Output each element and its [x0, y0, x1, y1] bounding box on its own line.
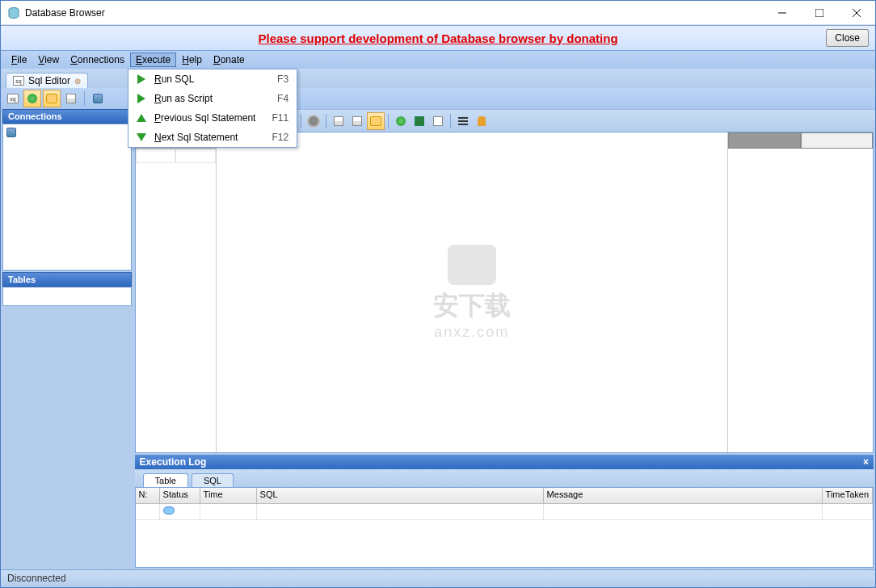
arrow-down-icon [133, 131, 150, 144]
connections-header: Connections [2, 109, 132, 124]
editor-content: 安下载 anxz.com [135, 132, 874, 453]
col-n[interactable]: N: [136, 488, 160, 504]
arrow-right-icon [133, 73, 150, 86]
menu-run-script[interactable]: Run as Script F4 [128, 89, 297, 108]
export-button[interactable] [392, 112, 410, 130]
menu-next-stmt[interactable]: Next Sql Statement F12 [128, 128, 297, 147]
connections-tree[interactable] [2, 124, 132, 271]
svg-rect-2 [815, 9, 823, 17]
sql-file-icon: sq [7, 94, 19, 103]
globe-icon [27, 94, 37, 103]
person-icon [478, 116, 486, 126]
gear-icon [309, 116, 318, 126]
list-button[interactable] [454, 112, 472, 130]
menu-donate[interactable]: Donate [208, 52, 251, 67]
database-icon [93, 94, 103, 103]
col-status[interactable]: Status [160, 488, 200, 504]
globe-button[interactable] [23, 90, 41, 107]
menu-help[interactable]: Help [176, 52, 208, 67]
dialog-icon [46, 94, 57, 103]
new-sql-button[interactable]: sq [4, 90, 22, 107]
view3-button[interactable] [367, 112, 385, 130]
exec-log-title: Execution Log [140, 456, 207, 468]
preview-pane [727, 132, 873, 452]
execution-log: Execution Log × Table SQL N: Status Time… [135, 455, 874, 568]
view-icon [352, 116, 362, 126]
menu-view[interactable]: View [32, 52, 65, 67]
bars-icon [458, 117, 468, 125]
excel-button[interactable] [411, 112, 428, 130]
user-button[interactable] [473, 112, 491, 130]
arrow-right-icon [133, 92, 150, 105]
menu-execute[interactable]: Execute [130, 52, 176, 67]
grid-button[interactable] [62, 90, 80, 107]
tab-label: Sql Editor [28, 75, 70, 86]
exec-log-close[interactable]: × [863, 456, 869, 468]
titlebar: Database Browser [1, 1, 875, 25]
grid-icon [66, 94, 76, 103]
col-sql[interactable]: SQL [257, 488, 544, 504]
donate-link[interactable]: Please support development of Database b… [258, 32, 617, 45]
execute-dropdown: Run SQL F3 Run as Script F4 Previous Sql… [128, 69, 297, 148]
separator [388, 114, 389, 128]
col-time[interactable]: Time [200, 488, 257, 504]
tables-header: Tables [2, 272, 132, 287]
menu-file[interactable]: File [6, 52, 32, 67]
connection-button[interactable] [89, 90, 107, 107]
separator [450, 114, 451, 128]
separator [326, 114, 326, 128]
database-icon [6, 128, 16, 137]
col-message[interactable]: Message [544, 488, 823, 504]
view-icon [370, 116, 381, 126]
menu-run-sql[interactable]: Run SQL F3 [128, 69, 297, 89]
sql-editor-area[interactable]: 安下载 anxz.com [217, 132, 727, 452]
dialog-button[interactable] [43, 90, 61, 107]
separator [84, 91, 85, 106]
sql-file-icon: sq [13, 76, 24, 86]
globe-icon [396, 116, 406, 126]
tab-close-icon[interactable]: ⊗ [74, 77, 81, 86]
exec-grid[interactable]: N: Status Time SQL Message TimeTaken [135, 487, 874, 568]
excel-icon [415, 116, 424, 126]
menubar: File View Connections Execute Help Donat… [1, 51, 875, 69]
separator [301, 114, 301, 128]
tab-sql-editor[interactable]: sq Sql Editor ⊗ [6, 73, 88, 88]
status-text: Disconnected [7, 573, 66, 584]
tab-table[interactable]: Table [143, 473, 188, 487]
arrow-up-icon [133, 111, 150, 124]
donate-banner: Please support development of Database b… [1, 25, 875, 51]
bubble-icon [163, 506, 175, 514]
exec-row[interactable] [136, 504, 873, 520]
menu-connections[interactable]: Connections [65, 52, 130, 67]
left-pane: Connections Tables [1, 109, 133, 569]
close-button[interactable] [838, 1, 875, 25]
right-pane: 安下载 anxz.com Execution Log × Table SQL N… [133, 109, 875, 569]
view-icon [334, 116, 343, 126]
tables-list[interactable] [2, 287, 132, 306]
view1-button[interactable] [330, 112, 347, 130]
window-title: Database Browser [25, 7, 764, 19]
menu-prev-stmt[interactable]: Previous Sql Statement F11 [128, 108, 297, 128]
options-button[interactable] [305, 112, 322, 130]
app-icon [7, 6, 20, 19]
exec-log-tabs: Table SQL [135, 469, 874, 487]
main-area: Connections Tables [1, 109, 875, 569]
tab-sql[interactable]: SQL [192, 473, 234, 487]
watermark: 安下载 anxz.com [433, 245, 511, 341]
banner-close-button[interactable]: Close [826, 29, 869, 47]
csv-button[interactable] [429, 112, 447, 130]
col-timetaken[interactable]: TimeTaken [823, 488, 873, 504]
maximize-button[interactable] [801, 1, 838, 25]
grid-stub [136, 132, 217, 452]
minimize-button[interactable] [764, 1, 801, 25]
csv-icon [433, 116, 443, 126]
statusbar: Disconnected [1, 569, 875, 587]
view2-button[interactable] [348, 112, 366, 130]
